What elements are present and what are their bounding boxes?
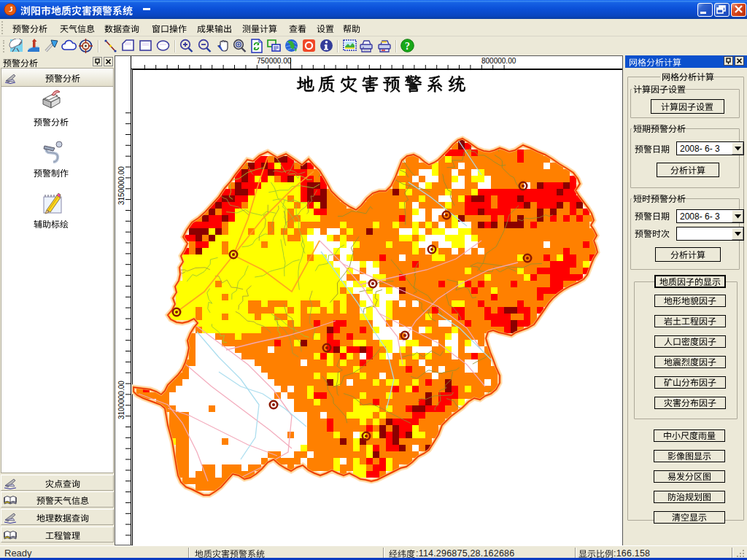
svg-text:?: ?: [405, 41, 410, 52]
